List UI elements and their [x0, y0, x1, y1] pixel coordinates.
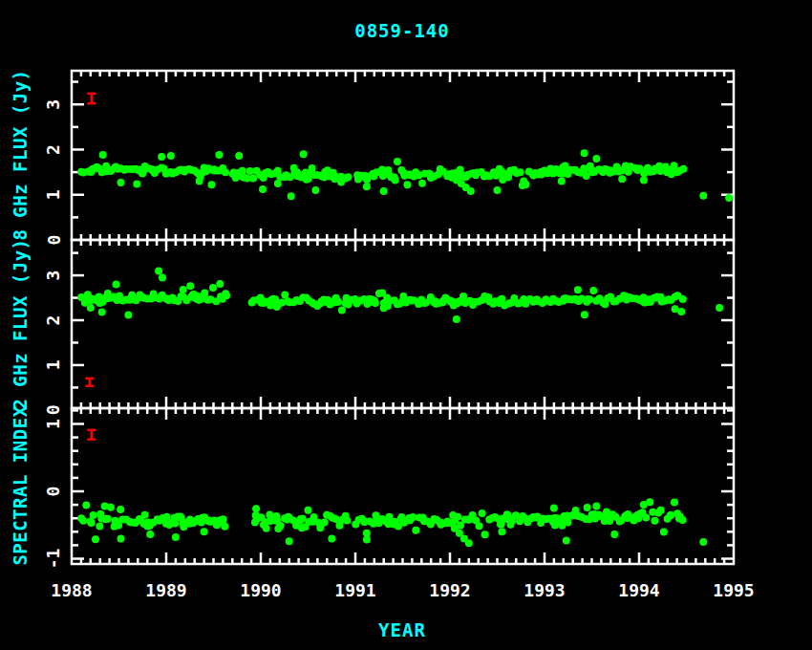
data-point: [679, 516, 687, 524]
data-points-flux-2ghz: [77, 267, 723, 323]
data-point: [459, 292, 467, 300]
panel-frame: [72, 408, 734, 564]
data-point: [520, 178, 527, 185]
data-point: [118, 534, 125, 542]
data-point: [281, 292, 288, 299]
data-point: [96, 522, 103, 530]
data-point: [87, 304, 95, 312]
panel-spectral-index: 10-1: [44, 408, 735, 569]
panel-frame: [72, 240, 734, 408]
data-point: [412, 527, 419, 534]
data-point: [363, 183, 371, 190]
axis-ticks: [72, 240, 734, 408]
x-axis-label: YEAR: [0, 619, 804, 640]
x-tick-label: 1990: [240, 580, 281, 600]
data-point: [574, 286, 582, 293]
y-tick-label: 3: [44, 271, 64, 281]
x-tick-label: 1989: [145, 580, 186, 600]
data-point: [699, 192, 707, 200]
data-point: [592, 503, 600, 510]
data-point: [657, 507, 665, 514]
data-point: [716, 304, 723, 312]
data-point: [305, 507, 312, 514]
data-point: [479, 509, 486, 517]
y-tick-label: -1: [44, 549, 64, 570]
data-point: [581, 149, 588, 157]
data-point: [220, 515, 227, 523]
data-point: [201, 290, 208, 297]
typical-error-bar: [87, 94, 96, 103]
data-point: [343, 516, 351, 524]
data-point: [99, 151, 107, 159]
data-point: [274, 180, 282, 187]
y-tick-label: 3: [44, 99, 64, 110]
data-point: [208, 181, 216, 188]
data-point: [679, 295, 687, 303]
data-point: [476, 522, 483, 530]
data-point: [392, 176, 399, 184]
data-point: [403, 181, 411, 188]
x-tick-label: 1988: [51, 580, 92, 600]
data-point: [215, 151, 223, 159]
data-point: [196, 178, 203, 185]
data-point: [300, 150, 308, 158]
typical-error-bar: [87, 430, 96, 440]
data-point: [201, 528, 208, 535]
data-point: [171, 519, 179, 527]
data-point: [592, 155, 600, 162]
data-point: [334, 298, 342, 306]
y-tick-label: 0: [44, 487, 64, 497]
data-point: [563, 537, 570, 545]
data-point: [679, 165, 687, 173]
x-tick-label: 1991: [334, 580, 375, 600]
x-tick-label: 1995: [713, 580, 754, 600]
data-point: [610, 531, 618, 538]
data-point: [380, 187, 388, 195]
data-point: [113, 281, 120, 289]
panel-flux-2ghz: 3210: [44, 240, 735, 415]
data-point: [186, 282, 194, 290]
data-point: [372, 299, 379, 307]
data-point: [221, 523, 228, 531]
data-point: [581, 311, 588, 318]
data-point: [380, 304, 388, 312]
data-point: [558, 178, 566, 185]
data-point: [651, 517, 658, 525]
x-tick-label: 1994: [618, 580, 660, 600]
data-points-flux-8ghz: [77, 149, 733, 202]
data-point: [337, 179, 345, 186]
data-point: [586, 295, 593, 303]
data-point: [235, 152, 243, 160]
data-point: [159, 273, 166, 281]
plot-canvas: 3210321010-11988198919901991199219931994…: [0, 0, 812, 650]
data-point: [418, 180, 426, 187]
data-point: [141, 511, 149, 519]
y-tick-label: 1: [44, 419, 64, 429]
data-point: [263, 525, 270, 532]
data-point: [155, 267, 162, 274]
y-tick-label: 0: [44, 404, 64, 415]
data-point: [82, 502, 90, 509]
data-point: [584, 504, 591, 511]
data-point: [288, 192, 295, 200]
data-point: [494, 186, 502, 194]
data-point: [671, 499, 678, 507]
data-point: [640, 177, 648, 184]
data-point: [209, 284, 217, 292]
data-point: [252, 505, 260, 512]
axis-ticks: [72, 408, 734, 564]
data-point: [222, 168, 229, 176]
data-point: [662, 162, 670, 170]
data-point: [481, 531, 489, 538]
data-point: [216, 280, 224, 288]
data-point: [239, 167, 246, 175]
data-point: [98, 309, 106, 316]
data-point: [79, 517, 87, 525]
y-tick-label: 1: [44, 189, 64, 200]
data-point: [467, 187, 475, 195]
data-point: [725, 194, 733, 202]
data-point: [146, 531, 154, 538]
data-point: [454, 513, 461, 521]
data-point: [133, 180, 140, 187]
data-point: [167, 152, 175, 160]
